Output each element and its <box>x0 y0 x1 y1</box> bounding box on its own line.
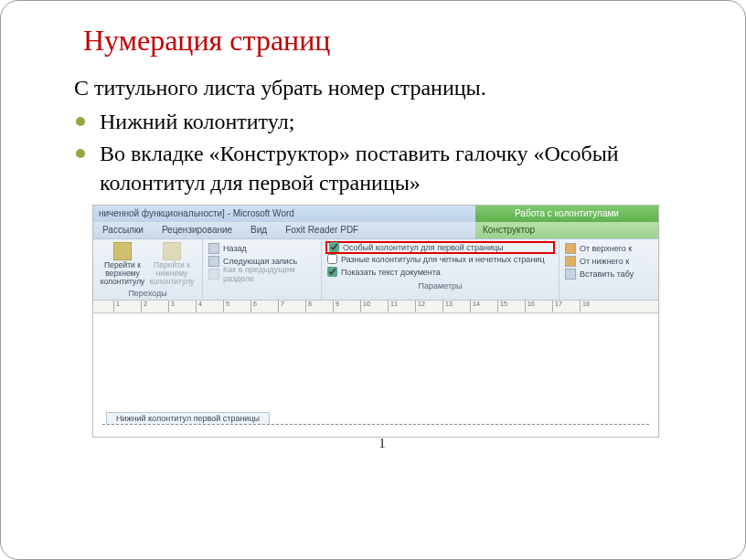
ruler-icon <box>565 256 576 267</box>
ruler: 123456789101112131415161718 <box>93 301 658 313</box>
first-page-checkbox[interactable]: Особый колонтитул для первой страницы <box>325 241 555 254</box>
document-area: Нижний колонтитул первой страницы <box>93 313 658 437</box>
checkbox-icon[interactable] <box>327 267 337 277</box>
slide: Нумерация страниц С титульного листа убр… <box>0 0 746 560</box>
show-text-checkbox[interactable]: Показать текст документа <box>327 266 553 279</box>
footer-boundary <box>102 424 649 425</box>
list-item: Во вкладке «Конструктор» поставить галоч… <box>74 140 690 196</box>
odd-even-checkbox[interactable]: Разные колонтитулы для четных и нечетных… <box>327 253 553 266</box>
tab-review[interactable]: Рецензирование <box>153 222 241 238</box>
header-icon <box>113 242 132 260</box>
ribbon-tabs: Рассылки Рецензирование Вид Foxit Reader… <box>93 222 658 238</box>
back-icon <box>208 243 219 254</box>
tab-foxit[interactable]: Foxit Reader PDF <box>276 222 368 238</box>
context-tab-title: Работа с колонтитулами <box>475 206 658 222</box>
word-screenshot: ниченной функциональности] - Microsoft W… <box>92 205 659 438</box>
intro-text: С титульного листа убрать номер страницы… <box>74 74 690 102</box>
tab-view[interactable]: Вид <box>241 222 276 238</box>
link-prev-button[interactable]: Как в предыдущем разделе <box>208 268 315 280</box>
goto-footer-button[interactable]: Перейти к нижнему колонтитулу <box>148 242 196 286</box>
footer-label-tab: Нижний колонтитул первой страницы <box>106 412 270 424</box>
window-titlebar: ниченной функциональности] - Microsoft W… <box>93 206 658 222</box>
tab-mailings[interactable]: Рассылки <box>93 222 153 238</box>
group-position: От верхнего к От нижнего к Вставить табу <box>560 239 658 300</box>
ruler-icon <box>565 243 576 254</box>
slide-title: Нумерация страниц <box>83 24 690 58</box>
list-item: Нижний колонтитул; <box>74 108 690 136</box>
bullet-list: Нижний колонтитул; Во вкладке «Конструкт… <box>74 108 690 197</box>
group-navigation: Перейти к верхнему колонтитулу Перейти к… <box>93 239 203 300</box>
ribbon: Перейти к верхнему колонтитулу Перейти к… <box>93 238 658 301</box>
from-top-button[interactable]: От верхнего к <box>565 242 653 255</box>
group-options: Особый колонтитул для первой страницы Ра… <box>322 239 560 300</box>
footer-icon <box>163 242 181 260</box>
tab-icon <box>565 269 576 280</box>
insert-tab-button[interactable]: Вставить табу <box>565 268 653 280</box>
slide-page-number: 1 <box>74 436 690 451</box>
from-bottom-button[interactable]: От нижнего к <box>565 255 653 268</box>
next-icon <box>208 256 219 267</box>
window-title: ниченной функциональности] - Microsoft W… <box>93 206 475 222</box>
link-icon <box>208 269 219 280</box>
checkbox-icon[interactable] <box>327 254 337 264</box>
tab-designer[interactable]: Конструктор <box>475 222 658 238</box>
goto-header-button[interactable]: Перейти к верхнему колонтитулу <box>99 242 146 286</box>
group-nav-small: Назад Следующая запись Как в предыдущем … <box>203 239 322 300</box>
back-button[interactable]: Назад <box>208 242 315 255</box>
checkbox-icon[interactable] <box>329 242 339 252</box>
